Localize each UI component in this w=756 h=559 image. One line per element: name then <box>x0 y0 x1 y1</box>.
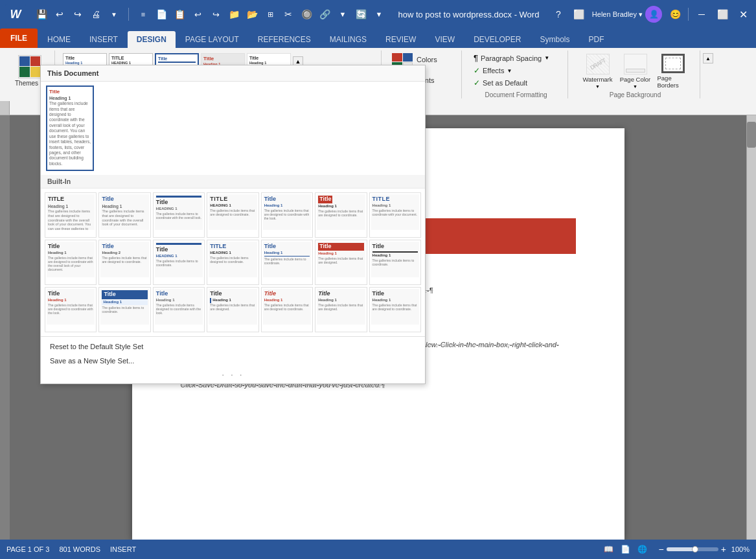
zoom-thumb[interactable] <box>692 546 698 553</box>
toolbar-icon8[interactable]: ⊞ <box>262 6 278 22</box>
style-item-2[interactable]: Title Heading 1 The galleries include it… <box>98 192 150 238</box>
paragraph-spacing-chevron: ▼ <box>544 55 549 61</box>
style-preview-content: Title Heading 1 The galleries include it… <box>209 289 257 325</box>
word-count: 801 WORDS <box>59 545 100 553</box>
toolbar-icon12[interactable]: ▼ <box>335 6 350 22</box>
tab-design[interactable]: DESIGN <box>128 31 176 48</box>
zoom-in-btn[interactable]: + <box>721 544 726 554</box>
this-doc-style-item[interactable]: Title Heading 1 The galleries include it… <box>46 86 94 171</box>
page-borders-label: Page Borders <box>658 74 689 89</box>
style-item-19[interactable]: Title Heading 1 The galleries include it… <box>261 287 313 332</box>
tab-references[interactable]: REFERENCES <box>249 31 320 48</box>
save-style-set[interactable]: Save as a New Style Set... <box>41 354 425 368</box>
zoom-level: 100% <box>731 545 750 553</box>
toolbar-icon4[interactable]: ↩ <box>190 6 205 22</box>
ribbon-display-btn[interactable]: ⬜ <box>571 6 587 22</box>
page-color-button[interactable]: Page Color ▼ <box>619 52 652 90</box>
style-item-1[interactable]: TITLE Heading 1 The galleries include it… <box>45 192 97 238</box>
toolbar-icon3[interactable]: 📋 <box>172 6 187 22</box>
toolbar-icon9[interactable]: ✂ <box>281 6 296 22</box>
effects-button[interactable]: ✓ Effects ▼ <box>470 65 562 76</box>
set-as-default-button[interactable]: ✓ Set as Default <box>470 77 562 89</box>
style-item-14[interactable]: Title Heading 1 The galleries include it… <box>369 240 421 285</box>
toolbar-icon10[interactable]: 🔘 <box>299 6 314 22</box>
reset-style-set[interactable]: Reset to the Default Style Set <box>41 339 425 354</box>
style-item-7[interactable]: TITLE Heading 1 The galleries include it… <box>369 192 421 238</box>
tab-insert[interactable]: INSERT <box>80 31 127 48</box>
scrollbar-thumb[interactable] <box>747 122 756 148</box>
page-color-label: Page Color <box>620 76 651 83</box>
style-item-15[interactable]: Title Heading 1 The galleries include it… <box>45 287 97 332</box>
style-item-12[interactable]: Title Heading 1 The galleries include it… <box>261 240 313 285</box>
quick-access-toolbar: W 💾 ↩ ↪ 🖨 ▼ ≡ 📄 📋 ↩ ↪ 📁 📂 ⊞ ✂ 🔘 🔗 ▼ 🔄 ▼ <box>5 4 387 25</box>
toolbar-icon13[interactable]: 🔄 <box>353 6 369 22</box>
style-item-21[interactable]: Title Heading 1 The galleries include it… <box>369 287 421 332</box>
style-item-13[interactable]: Title Heading 1 The galleries include it… <box>315 240 367 285</box>
page-borders-button[interactable]: Page Borders <box>656 52 690 90</box>
effects-check-icon: ✓ <box>474 66 480 75</box>
dropdown-footer: Reset to the Default Style Set Save as a… <box>41 336 425 383</box>
more-btn[interactable]: ▼ <box>106 6 122 22</box>
tab-home[interactable]: HOME <box>38 31 80 48</box>
toolbar-icon1[interactable]: ≡ <box>135 6 151 22</box>
style-item-9[interactable]: Title Heading 2 The galleries include it… <box>98 240 150 285</box>
collapse-icon[interactable]: ▲ <box>703 53 713 63</box>
tab-view[interactable]: VIEW <box>426 31 464 48</box>
print-btn[interactable]: 🖨 <box>88 6 104 22</box>
scrollbar[interactable] <box>746 115 756 540</box>
watermark-button[interactable]: DRAFT Watermark ▼ <box>581 52 615 90</box>
tab-page-layout[interactable]: PAGE LAYOUT <box>176 31 248 48</box>
toolbar-icon5[interactable]: ↪ <box>208 6 223 22</box>
help-btn[interactable]: ? <box>551 6 566 22</box>
emoji-btn[interactable]: 😊 <box>667 6 683 22</box>
tab-pdf[interactable]: PDF <box>580 31 613 48</box>
footer-dots: · · · <box>41 368 425 381</box>
paragraph-spacing-button[interactable]: ¶ Paragraph Spacing ▼ <box>470 52 562 64</box>
style-item-10[interactable]: Title HEADING 1 The galleries include it… <box>153 240 205 285</box>
style-preview-content: Title Heading 1 The galleries include it… <box>371 242 419 277</box>
style-item-8[interactable]: Title Heading 1 The galleries include it… <box>45 240 97 285</box>
style-item-18[interactable]: Title Heading 1 The galleries include it… <box>207 287 258 332</box>
tab-developer[interactable]: DEVELOPER <box>464 31 530 48</box>
tab-review[interactable]: REVIEW <box>376 31 425 48</box>
minimize-btn[interactable]: ─ <box>694 6 709 22</box>
tab-mailings[interactable]: MAILINGS <box>321 31 376 48</box>
style-item-5[interactable]: Title Heading 1 The galleries include it… <box>261 192 313 238</box>
redo-btn[interactable]: ↪ <box>70 6 86 22</box>
toolbar-icon14[interactable]: ▼ <box>371 6 387 22</box>
tab-symbols[interactable]: Symbols <box>531 31 578 48</box>
style-item-6[interactable]: Title Heading 1 The galleries include it… <box>315 192 367 238</box>
user-avatar: 👤 <box>645 6 662 23</box>
set-default-check-icon: ✓ <box>474 78 480 87</box>
toolbar-icon6[interactable]: 📁 <box>226 6 242 22</box>
toolbar-icon2[interactable]: 📄 <box>154 6 169 22</box>
style-preview-content: TITLE HEADING 1 The galleries include it… <box>209 194 257 230</box>
toolbar-icon11[interactable]: 🔗 <box>317 6 332 22</box>
save-btn[interactable]: 💾 <box>34 6 49 22</box>
document-formatting-label: Document Formatting <box>470 91 562 98</box>
style-item-16[interactable]: Title Heading 1 The galleries include it… <box>98 287 150 332</box>
window-title: how to post to wordpress.docx - Word <box>387 10 551 19</box>
print-layout-btn[interactable]: 📄 <box>619 543 631 555</box>
tab-file[interactable]: FILE <box>0 29 38 48</box>
style-item-20[interactable]: Title Heading 1 The galleries include it… <box>315 287 367 332</box>
style-preview-content: Title Heading 1 The galleries include it… <box>317 194 365 230</box>
toolbar-icon7[interactable]: 📂 <box>244 6 260 22</box>
restore-btn[interactable]: ⬜ <box>715 6 730 22</box>
zoom-out-btn[interactable]: − <box>658 544 663 554</box>
style-preview-content: TITLE HEADING 1 The galleries include it… <box>209 242 257 277</box>
undo-btn[interactable]: ↩ <box>52 6 67 22</box>
style-item-3[interactable]: Title HEADING 1 The galleries include it… <box>153 192 205 238</box>
style-grid: TITLE Heading 1 The galleries include it… <box>41 188 425 336</box>
read-mode-btn[interactable]: 📖 <box>602 543 614 555</box>
close-btn[interactable]: ✕ <box>735 6 751 22</box>
style-item-11[interactable]: TITLE HEADING 1 The galleries include it… <box>207 240 258 285</box>
tab-bar: FILE HOME INSERT DESIGN PAGE LAYOUT REFE… <box>0 29 756 48</box>
user-profile[interactable]: Helen Bradley ▾ 👤 <box>592 6 662 23</box>
zoom-slider[interactable] <box>667 547 718 551</box>
web-layout-btn[interactable]: 🌐 <box>636 543 648 555</box>
ribbon-collapse[interactable]: ▲ <box>703 51 713 98</box>
style-preview-content: TITLE Heading 1 The galleries include it… <box>371 194 419 230</box>
style-item-4[interactable]: TITLE HEADING 1 The galleries include it… <box>207 192 258 238</box>
style-item-17[interactable]: Title Heading 1 The galleries include it… <box>153 287 205 332</box>
